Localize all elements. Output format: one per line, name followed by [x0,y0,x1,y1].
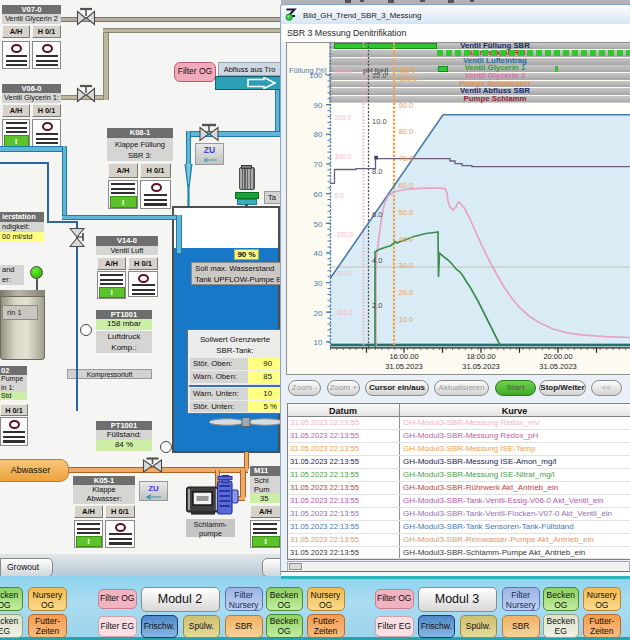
svg-text:30.0: 30.0 [399,261,414,270]
svg-text:60.0: 60.0 [399,181,414,190]
svg-text:0.0: 0.0 [335,192,344,199]
svg-text:80.0: 80.0 [399,127,414,136]
svg-text:20: 20 [314,309,323,318]
svg-text:50.0: 50.0 [399,208,414,217]
svg-text:30: 30 [314,279,323,288]
svg-text:-100.0: -100.0 [335,231,354,238]
svg-text:6.0: 6.0 [372,210,382,219]
svg-text:10.0: 10.0 [399,315,414,324]
svg-text:10.0: 10.0 [372,117,387,126]
svg-text:50: 50 [314,220,323,229]
svg-text:4.0: 4.0 [372,256,382,265]
svg-text:Redox: Redox [334,67,354,74]
svg-text:100.0: 100.0 [335,153,352,160]
svg-text:2.0: 2.0 [372,301,382,310]
svg-text:20:00.00: 20:00.00 [543,352,572,361]
svg-text:18:00.00: 18:00.00 [466,352,495,361]
svg-text:40.0: 40.0 [399,235,414,244]
svg-text:10: 10 [314,338,323,347]
svg-text:31.05.2023: 31.05.2023 [385,362,423,371]
svg-text:20.0: 20.0 [399,288,414,297]
svg-text:90: 90 [314,101,323,110]
svg-text:80: 80 [314,130,323,139]
svg-text:16:00.00: 16:00.00 [389,352,418,361]
svg-text:40: 40 [314,249,323,258]
svg-text:200.0: 200.0 [335,114,352,121]
svg-text:-300.0: -300.0 [335,309,354,316]
svg-text:100: 100 [309,71,323,80]
svg-text:70: 70 [314,160,323,169]
svg-text:8.0: 8.0 [372,167,382,176]
svg-text:31.05.2023: 31.05.2023 [462,362,500,371]
svg-text:31.05.2023: 31.05.2023 [539,362,577,371]
svg-text:60: 60 [314,190,323,199]
svg-text:70.0: 70.0 [399,154,414,163]
svg-text:-200.0: -200.0 [335,270,354,277]
